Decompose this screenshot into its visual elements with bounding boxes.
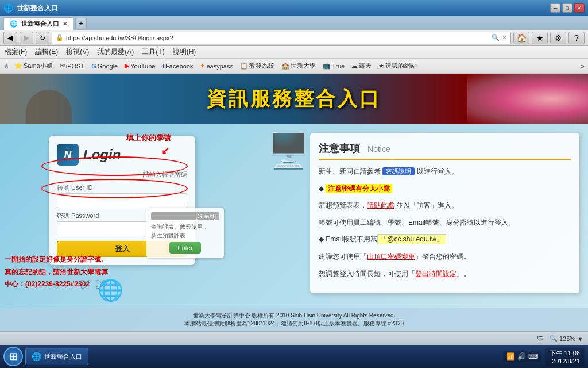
fill-id-annotation: 填上你的學號 ↙ (126, 133, 171, 143)
menu-edit[interactable]: 編輯(E) (35, 47, 58, 57)
bookmark-easypass[interactable]: ✦ easypass (198, 61, 235, 71)
notice-item-4: 帳號可使用員工編號、學號、Email帳號、身分證號以進行登入。 (319, 217, 571, 229)
keyboard-icon: ⌨ (528, 352, 538, 361)
address-bar-row: ◀ ▶ ↻ 🔒 https://ap.shu.edu.tw/SSO/login.… (0, 30, 588, 46)
timeout-setting-link[interactable]: 登出時間設定 (415, 270, 457, 278)
bookmarks-more[interactable]: » (581, 62, 585, 70)
bookmark-ipost[interactable]: ✉ iPOST (57, 61, 87, 71)
notice-item-1: 新生、新同仁請參考 密碼說明 以進行登入。 (319, 166, 571, 178)
notice-title: 注意事項 Notice (319, 141, 571, 160)
menu-help[interactable]: 說明(H) (173, 47, 196, 57)
password-guide-btn[interactable]: 密碼說明 (382, 167, 415, 175)
zoom-icon: 🔍 (550, 335, 558, 342)
menu-view[interactable]: 檢視(V) (66, 47, 89, 57)
star-button[interactable]: ★ (532, 32, 548, 44)
maximize-button[interactable]: □ (562, 3, 572, 13)
bookmark-facebook[interactable]: f Facebook (160, 62, 195, 71)
login-logo: N (57, 144, 79, 166)
bookmark-academic[interactable]: 📋 教務系統 (238, 60, 277, 71)
sama-icon: ⭐ (14, 62, 22, 70)
tabs-row: 🌐 世新整合入口 ✕ + (0, 16, 588, 30)
suggested-icon: ★ (378, 62, 384, 70)
clock-display: 下午 11:06 2012/8/21 (545, 348, 585, 366)
google-icon: G (91, 63, 96, 70)
notice-item-3: 若想預覽表表，請點此處 並以「訪客」進入。 (319, 200, 571, 212)
bookmark-露天[interactable]: ☁ 露天 (349, 60, 374, 71)
bookmarks-icon: ★ (3, 62, 10, 70)
forward-button[interactable]: ▶ (20, 32, 33, 44)
status-bar: 🛡 🔍 125% ▼ (0, 331, 588, 345)
star-icon[interactable]: ✕ (502, 34, 507, 41)
login-subtitle: 請輸入帳號密碼 (57, 170, 187, 179)
menu-tools[interactable]: 工具(T) (142, 47, 164, 57)
email-highlight: 「@cc.shu.edu.tw」 (377, 234, 446, 244)
close-button[interactable]: ✕ (574, 3, 585, 13)
arch-building (0, 74, 98, 124)
notice-box: 注意事項 Notice 新生、新同仁請參考 密碼說明 以進行登入。 ◆ 注意密碼… (310, 133, 579, 293)
help-button[interactable]: ? (568, 32, 585, 44)
window-chrome: 🌐 世新整合入口 ─ □ ✕ 🌐 世新整合入口 ✕ + ◀ ▶ ↻ 🔒 http… (0, 0, 588, 368)
guest-line2: 新生預覽評表 (151, 231, 219, 240)
browser-icon: 🌐 (3, 3, 13, 13)
password-change-link[interactable]: 山頂口密碼變更 (367, 252, 415, 260)
windows-logo-icon: ⊞ (9, 350, 18, 363)
tab-active[interactable]: 🌐 世新整合入口 ✕ (3, 17, 74, 30)
taskbar-right: 📶 🔊 ⌨ 下午 11:06 2012/8/21 (503, 348, 585, 366)
page-footer: 世新大學電子計算中心 版權所有 2010 Shih Hsin Universit… (0, 308, 588, 331)
browser-content: 資訊服務整合入口 N Login 請輸入帳號密碼 帳號 User ID (0, 74, 588, 331)
home-button[interactable]: 🏠 (513, 32, 529, 44)
bookmark-google[interactable]: G Google (89, 62, 120, 71)
refresh-button[interactable]: ↻ (36, 32, 49, 44)
window-controls: ─ □ ✕ (550, 3, 585, 13)
facebook-icon: f (162, 63, 164, 70)
tab-icon: 🌐 (10, 20, 18, 28)
bookmark-sama[interactable]: ⭐ Sama小姐 (12, 60, 55, 71)
taskbar-left: ⊞ 🌐 世新整合入口 (3, 347, 88, 366)
userid-input[interactable] (57, 193, 187, 208)
page-body: N Login 請輸入帳號密碼 帳號 User ID 密碼 Password 登… (0, 124, 588, 308)
bookmark-true[interactable]: 📺 True (320, 61, 347, 71)
ie-icon: 🌐 (32, 352, 41, 361)
network-icon: 📶 (506, 352, 515, 361)
ipost-icon: ✉ (60, 62, 65, 70)
address-box[interactable]: 🔒 https://ap.shu.edu.tw/SSO/login.aspx? … (52, 32, 511, 44)
left-panel: N Login 請輸入帳號密碼 帳號 User ID 密碼 Password 登… (0, 124, 264, 308)
flowers-decoration (467, 74, 588, 124)
security-icon: 🛡 (537, 335, 544, 343)
title-bar: 🌐 世新整合入口 ─ □ ✕ (0, 0, 588, 16)
tools-button[interactable]: ⚙ (550, 32, 566, 44)
click-here-link[interactable]: 請點此處 (367, 201, 394, 209)
bird-decoration: 🕊 🕊 (80, 278, 107, 291)
easypass-icon: ✦ (200, 62, 205, 70)
zoom-control[interactable]: 🔍 125% ▼ (550, 335, 583, 342)
minimize-button[interactable]: ─ (550, 3, 560, 13)
date-display: 2012/8/21 (550, 358, 580, 365)
menu-favorites[interactable]: 我的最愛(A) (97, 47, 134, 57)
zoom-chevron: ▼ (577, 335, 583, 342)
case-sensitive-highlight: 注意密碼有分大小寫 (326, 184, 392, 193)
userid-label: 帳號 User ID (57, 183, 187, 192)
tab-label: 世新整合入口 (21, 20, 59, 28)
zoom-value: 125% (559, 335, 575, 342)
bookmark-suggested[interactable]: ★ 建議的網站 (376, 60, 419, 71)
back-button[interactable]: ◀ (3, 32, 17, 44)
menu-bar: 檔案(F) 編輯(E) 檢視(V) 我的最愛(A) 工具(T) 說明(H) (0, 46, 588, 59)
volume-icon: 🔊 (517, 352, 526, 361)
guest-section: [Guest] 查詢評表、數業使用， 新生預覽評表 Enter (146, 208, 224, 258)
notice-item-7: 想調整登入時間長短，可使用「登出時間設定」。 (319, 268, 571, 281)
url-text: https://ap.shu.edu.tw/SSO/login.aspx? (66, 34, 489, 41)
start-button[interactable]: ⊞ (3, 347, 23, 366)
guest-enter-button[interactable]: Enter (169, 242, 200, 254)
true-icon: 📺 (323, 62, 331, 70)
search-icon: 🔍 (492, 34, 500, 41)
tab-close-icon[interactable]: ✕ (63, 21, 67, 27)
bookmark-youtube[interactable]: ▶ YouTube (122, 61, 157, 71)
menu-file[interactable]: 檔案(F) (5, 47, 27, 57)
bookmark-shihsin[interactable]: 🏫 世新大學 (279, 60, 318, 71)
notice-item-5: ◆ Email帳號不用寫「@cc.shu.edu.tw」 (319, 233, 571, 246)
taskbar-ie-app[interactable]: 🌐 世新整合入口 (25, 348, 88, 365)
tab-new[interactable]: + (75, 18, 87, 29)
monitor-decoration: 🖥️ (267, 130, 310, 171)
time-display: 下午 11:06 (550, 349, 580, 358)
notice-item-2: ◆ 注意密碼有分大小寫 (319, 183, 571, 195)
